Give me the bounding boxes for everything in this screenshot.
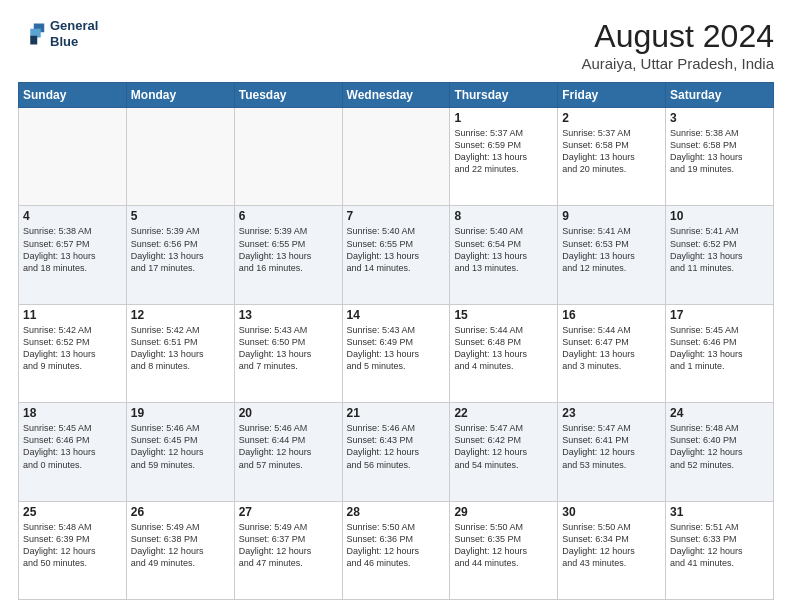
day-number: 23 xyxy=(562,406,661,420)
day-info: Sunrise: 5:46 AM Sunset: 6:43 PM Dayligh… xyxy=(347,422,446,471)
calendar-cell xyxy=(126,108,234,206)
day-number: 12 xyxy=(131,308,230,322)
day-number: 27 xyxy=(239,505,338,519)
day-info: Sunrise: 5:46 AM Sunset: 6:44 PM Dayligh… xyxy=(239,422,338,471)
calendar-cell: 4Sunrise: 5:38 AM Sunset: 6:57 PM Daylig… xyxy=(19,206,127,304)
day-info: Sunrise: 5:51 AM Sunset: 6:33 PM Dayligh… xyxy=(670,521,769,570)
col-header-monday: Monday xyxy=(126,83,234,108)
calendar-cell: 25Sunrise: 5:48 AM Sunset: 6:39 PM Dayli… xyxy=(19,501,127,599)
logo-text: General Blue xyxy=(50,18,98,49)
day-info: Sunrise: 5:49 AM Sunset: 6:37 PM Dayligh… xyxy=(239,521,338,570)
day-number: 14 xyxy=(347,308,446,322)
calendar-cell: 18Sunrise: 5:45 AM Sunset: 6:46 PM Dayli… xyxy=(19,403,127,501)
day-info: Sunrise: 5:41 AM Sunset: 6:52 PM Dayligh… xyxy=(670,225,769,274)
col-header-thursday: Thursday xyxy=(450,83,558,108)
day-number: 26 xyxy=(131,505,230,519)
day-info: Sunrise: 5:38 AM Sunset: 6:58 PM Dayligh… xyxy=(670,127,769,176)
day-number: 1 xyxy=(454,111,553,125)
week-row-2: 4Sunrise: 5:38 AM Sunset: 6:57 PM Daylig… xyxy=(19,206,774,304)
col-header-wednesday: Wednesday xyxy=(342,83,450,108)
day-info: Sunrise: 5:45 AM Sunset: 6:46 PM Dayligh… xyxy=(23,422,122,471)
title-block: August 2024 Auraiya, Uttar Pradesh, Indi… xyxy=(581,18,774,72)
day-info: Sunrise: 5:38 AM Sunset: 6:57 PM Dayligh… xyxy=(23,225,122,274)
day-info: Sunrise: 5:48 AM Sunset: 6:40 PM Dayligh… xyxy=(670,422,769,471)
calendar-cell: 21Sunrise: 5:46 AM Sunset: 6:43 PM Dayli… xyxy=(342,403,450,501)
calendar-cell xyxy=(19,108,127,206)
day-number: 7 xyxy=(347,209,446,223)
calendar-cell: 27Sunrise: 5:49 AM Sunset: 6:37 PM Dayli… xyxy=(234,501,342,599)
calendar-cell: 10Sunrise: 5:41 AM Sunset: 6:52 PM Dayli… xyxy=(666,206,774,304)
calendar-title: August 2024 xyxy=(581,18,774,55)
col-header-sunday: Sunday xyxy=(19,83,127,108)
day-info: Sunrise: 5:48 AM Sunset: 6:39 PM Dayligh… xyxy=(23,521,122,570)
day-number: 21 xyxy=(347,406,446,420)
page: General Blue August 2024 Auraiya, Uttar … xyxy=(0,0,792,612)
col-header-friday: Friday xyxy=(558,83,666,108)
calendar-cell: 28Sunrise: 5:50 AM Sunset: 6:36 PM Dayli… xyxy=(342,501,450,599)
day-number: 17 xyxy=(670,308,769,322)
calendar-cell: 7Sunrise: 5:40 AM Sunset: 6:55 PM Daylig… xyxy=(342,206,450,304)
calendar-cell xyxy=(234,108,342,206)
day-number: 16 xyxy=(562,308,661,322)
calendar-cell: 30Sunrise: 5:50 AM Sunset: 6:34 PM Dayli… xyxy=(558,501,666,599)
day-info: Sunrise: 5:39 AM Sunset: 6:55 PM Dayligh… xyxy=(239,225,338,274)
day-info: Sunrise: 5:37 AM Sunset: 6:59 PM Dayligh… xyxy=(454,127,553,176)
calendar-cell: 17Sunrise: 5:45 AM Sunset: 6:46 PM Dayli… xyxy=(666,304,774,402)
calendar-cell: 3Sunrise: 5:38 AM Sunset: 6:58 PM Daylig… xyxy=(666,108,774,206)
day-number: 25 xyxy=(23,505,122,519)
calendar-cell: 29Sunrise: 5:50 AM Sunset: 6:35 PM Dayli… xyxy=(450,501,558,599)
day-number: 31 xyxy=(670,505,769,519)
col-header-saturday: Saturday xyxy=(666,83,774,108)
day-number: 20 xyxy=(239,406,338,420)
calendar-cell: 14Sunrise: 5:43 AM Sunset: 6:49 PM Dayli… xyxy=(342,304,450,402)
calendar-cell: 22Sunrise: 5:47 AM Sunset: 6:42 PM Dayli… xyxy=(450,403,558,501)
calendar-table: SundayMondayTuesdayWednesdayThursdayFrid… xyxy=(18,82,774,600)
calendar-cell: 31Sunrise: 5:51 AM Sunset: 6:33 PM Dayli… xyxy=(666,501,774,599)
calendar-cell: 20Sunrise: 5:46 AM Sunset: 6:44 PM Dayli… xyxy=(234,403,342,501)
calendar-cell: 19Sunrise: 5:46 AM Sunset: 6:45 PM Dayli… xyxy=(126,403,234,501)
day-info: Sunrise: 5:40 AM Sunset: 6:55 PM Dayligh… xyxy=(347,225,446,274)
day-number: 15 xyxy=(454,308,553,322)
day-info: Sunrise: 5:39 AM Sunset: 6:56 PM Dayligh… xyxy=(131,225,230,274)
logo: General Blue xyxy=(18,18,98,49)
calendar-cell: 16Sunrise: 5:44 AM Sunset: 6:47 PM Dayli… xyxy=(558,304,666,402)
svg-marker-3 xyxy=(30,35,37,44)
day-number: 8 xyxy=(454,209,553,223)
header: General Blue August 2024 Auraiya, Uttar … xyxy=(18,18,774,72)
day-info: Sunrise: 5:37 AM Sunset: 6:58 PM Dayligh… xyxy=(562,127,661,176)
calendar-cell: 9Sunrise: 5:41 AM Sunset: 6:53 PM Daylig… xyxy=(558,206,666,304)
calendar-cell: 1Sunrise: 5:37 AM Sunset: 6:59 PM Daylig… xyxy=(450,108,558,206)
calendar-cell: 26Sunrise: 5:49 AM Sunset: 6:38 PM Dayli… xyxy=(126,501,234,599)
calendar-cell: 5Sunrise: 5:39 AM Sunset: 6:56 PM Daylig… xyxy=(126,206,234,304)
day-info: Sunrise: 5:43 AM Sunset: 6:50 PM Dayligh… xyxy=(239,324,338,373)
logo-line1: General xyxy=(50,18,98,33)
day-number: 4 xyxy=(23,209,122,223)
calendar-cell: 15Sunrise: 5:44 AM Sunset: 6:48 PM Dayli… xyxy=(450,304,558,402)
day-number: 22 xyxy=(454,406,553,420)
day-info: Sunrise: 5:50 AM Sunset: 6:35 PM Dayligh… xyxy=(454,521,553,570)
day-number: 9 xyxy=(562,209,661,223)
day-number: 19 xyxy=(131,406,230,420)
day-number: 2 xyxy=(562,111,661,125)
day-info: Sunrise: 5:41 AM Sunset: 6:53 PM Dayligh… xyxy=(562,225,661,274)
day-info: Sunrise: 5:46 AM Sunset: 6:45 PM Dayligh… xyxy=(131,422,230,471)
logo-line2: Blue xyxy=(50,34,78,49)
calendar-cell: 11Sunrise: 5:42 AM Sunset: 6:52 PM Dayli… xyxy=(19,304,127,402)
calendar-cell: 24Sunrise: 5:48 AM Sunset: 6:40 PM Dayli… xyxy=(666,403,774,501)
day-info: Sunrise: 5:45 AM Sunset: 6:46 PM Dayligh… xyxy=(670,324,769,373)
calendar-subtitle: Auraiya, Uttar Pradesh, India xyxy=(581,55,774,72)
day-info: Sunrise: 5:42 AM Sunset: 6:51 PM Dayligh… xyxy=(131,324,230,373)
day-info: Sunrise: 5:40 AM Sunset: 6:54 PM Dayligh… xyxy=(454,225,553,274)
day-number: 18 xyxy=(23,406,122,420)
col-header-tuesday: Tuesday xyxy=(234,83,342,108)
day-info: Sunrise: 5:47 AM Sunset: 6:42 PM Dayligh… xyxy=(454,422,553,471)
calendar-cell xyxy=(342,108,450,206)
week-row-3: 11Sunrise: 5:42 AM Sunset: 6:52 PM Dayli… xyxy=(19,304,774,402)
day-number: 6 xyxy=(239,209,338,223)
week-row-5: 25Sunrise: 5:48 AM Sunset: 6:39 PM Dayli… xyxy=(19,501,774,599)
calendar-cell: 2Sunrise: 5:37 AM Sunset: 6:58 PM Daylig… xyxy=(558,108,666,206)
week-row-1: 1Sunrise: 5:37 AM Sunset: 6:59 PM Daylig… xyxy=(19,108,774,206)
day-number: 24 xyxy=(670,406,769,420)
logo-icon xyxy=(18,20,46,48)
calendar-cell: 13Sunrise: 5:43 AM Sunset: 6:50 PM Dayli… xyxy=(234,304,342,402)
